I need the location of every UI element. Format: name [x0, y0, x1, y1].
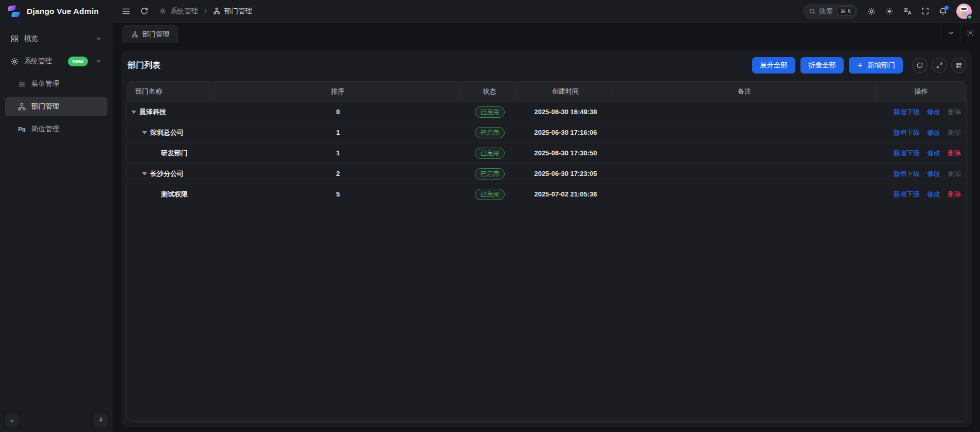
- expand-caret-icon[interactable]: [142, 172, 150, 175]
- table-row[interactable]: 长沙分公司 2 已启用 2025-06-30 17:23:05 新增下级 修改 …: [127, 163, 966, 184]
- settings-button[interactable]: [867, 7, 876, 16]
- tab-maximize-button[interactable]: [960, 23, 980, 43]
- search-icon: [809, 8, 816, 15]
- tree-indent: [131, 173, 142, 174]
- breadcrumb: 系统管理 部门管理: [159, 7, 252, 16]
- delete-link[interactable]: 删除: [948, 128, 961, 137]
- sidebar-item-dept-mgmt[interactable]: 部门管理: [5, 97, 108, 116]
- dept-card: 部门列表 展开全部 折叠全部 新增部门: [121, 50, 972, 427]
- tab-label: 部门管理: [142, 30, 169, 39]
- column-header-remark: 备注: [613, 82, 876, 101]
- delete-link[interactable]: 删除: [948, 190, 961, 199]
- add-child-link[interactable]: 新增下级: [893, 128, 920, 137]
- topbar-actions: 搜索 ⌘ K: [803, 4, 972, 19]
- expand-caret-icon[interactable]: [142, 131, 150, 134]
- online-status-dot: [967, 14, 972, 20]
- breadcrumb-item-dept[interactable]: 部门管理: [213, 7, 252, 16]
- topbar: 系统管理 部门管理 搜索 ⌘ K: [113, 0, 980, 23]
- delete-link[interactable]: 删除: [948, 107, 961, 117]
- dept-name: 晨泽科技: [139, 107, 166, 117]
- language-button[interactable]: [903, 7, 912, 16]
- table-row[interactable]: 深圳总公司 1 已启用 2025-06-30 17:16:06 新增下级 修改 …: [127, 122, 966, 142]
- tab-list-dropdown-button[interactable]: [941, 23, 960, 43]
- plus-icon: [857, 62, 864, 69]
- column-header-sort: 排序: [215, 82, 461, 101]
- table-columns-button[interactable]: [951, 58, 967, 73]
- sidebar-item-menu-mgmt[interactable]: 菜单管理: [5, 74, 108, 94]
- sidebar-item-post-mgmt[interactable]: Pg 岗位管理: [5, 119, 108, 139]
- status-badge: 已启用: [475, 127, 505, 138]
- refresh-icon: [140, 7, 149, 15]
- app-title: Django Vue Admin: [27, 7, 99, 16]
- tree-indent: [131, 194, 153, 194]
- gear-icon: [867, 7, 876, 16]
- chevron-right-icon: [202, 8, 209, 14]
- sidebar-pin-button[interactable]: [94, 413, 108, 427]
- add-dept-button[interactable]: 新增部门: [849, 57, 903, 74]
- status-badge: 已启用: [475, 148, 505, 159]
- edit-link[interactable]: 修改: [927, 149, 940, 158]
- org-icon: [17, 102, 26, 111]
- app-root: Django Vue Admin 概览 系统管理 new: [0, 0, 980, 432]
- table-toolbar: [912, 58, 967, 73]
- sidebar-item-overview[interactable]: 概览: [5, 29, 108, 48]
- page-title: 部门列表: [127, 60, 161, 71]
- notifications-button[interactable]: [938, 7, 948, 16]
- table-row[interactable]: 研发部门 1 已启用 2025-06-30 17:30:50 新增下级 修改 删…: [127, 142, 966, 163]
- sidebar-item-label: 岗位管理: [31, 124, 102, 134]
- expand-caret-icon[interactable]: [131, 111, 139, 114]
- menu-icon: [17, 80, 26, 88]
- theme-toggle-button[interactable]: [885, 7, 894, 16]
- breadcrumb-label: 系统管理: [170, 7, 198, 16]
- edit-link[interactable]: 修改: [927, 190, 940, 199]
- expand-all-button[interactable]: 展开全部: [752, 57, 795, 74]
- tab-dept-mgmt[interactable]: 部门管理: [122, 25, 178, 43]
- column-header-name: 部门名称: [127, 82, 215, 101]
- delete-link[interactable]: 删除: [948, 169, 961, 178]
- created-time: 2025-06-30 17:16:06: [518, 122, 613, 142]
- avatar[interactable]: [956, 4, 972, 19]
- notification-dot: [945, 6, 949, 10]
- edit-link[interactable]: 修改: [927, 107, 940, 117]
- add-child-link[interactable]: 新增下级: [893, 169, 920, 178]
- edit-link[interactable]: 修改: [927, 169, 940, 178]
- sidebar-item-label: 菜单管理: [31, 79, 102, 88]
- column-header-created: 创建时间: [518, 82, 613, 101]
- gear-icon: [159, 7, 167, 15]
- global-search[interactable]: 搜索 ⌘ K: [803, 4, 858, 19]
- remark: [613, 102, 876, 122]
- refresh-page-button[interactable]: [140, 7, 149, 15]
- sidebar-toggle-button[interactable]: [121, 7, 131, 16]
- table-row[interactable]: 测试权限 5 已启用 2025-07-02 21:05:36 新增下级 修改 删…: [127, 184, 966, 204]
- logo[interactable]: Django Vue Admin: [0, 0, 113, 23]
- refresh-icon: [916, 62, 923, 69]
- sort-value: 0: [215, 102, 461, 122]
- collapse-all-button[interactable]: 折叠全部: [800, 57, 844, 74]
- edit-link[interactable]: 修改: [927, 128, 940, 137]
- dept-table: 部门名称 排序 状态 创建时间 备注 操作 晨泽科技 0 已启用 2025-06…: [127, 81, 967, 422]
- org-icon: [131, 31, 138, 38]
- breadcrumb-label: 部门管理: [224, 7, 252, 16]
- sidebar-item-label: 概览: [24, 34, 90, 43]
- remark: [613, 184, 876, 204]
- delete-link[interactable]: 删除: [948, 149, 961, 158]
- sort-value: 2: [215, 164, 461, 184]
- table-body: 晨泽科技 0 已启用 2025-06-30 16:49:38 新增下级 修改 删…: [127, 101, 966, 204]
- table-fullscreen-button[interactable]: [932, 58, 947, 73]
- content: 部门列表 展开全部 折叠全部 新增部门: [113, 43, 980, 432]
- remark: [613, 164, 876, 184]
- sidebar-menu: 概览 系统管理 new 菜单管理: [0, 23, 113, 139]
- sidebar-collapse-button[interactable]: «: [5, 413, 19, 427]
- breadcrumb-item-system[interactable]: 系统管理: [159, 7, 198, 16]
- sidebar-item-system[interactable]: 系统管理 new: [5, 51, 108, 71]
- add-child-link[interactable]: 新增下级: [893, 149, 920, 158]
- add-child-link[interactable]: 新增下级: [893, 190, 920, 199]
- status-badge: 已启用: [475, 106, 505, 118]
- maximize-icon: [967, 29, 974, 37]
- tab-controls: [941, 23, 980, 43]
- table-refresh-button[interactable]: [912, 58, 928, 73]
- sidebar-item-label: 部门管理: [31, 102, 102, 111]
- table-row[interactable]: 晨泽科技 0 已启用 2025-06-30 16:49:38 新增下级 修改 删…: [127, 101, 966, 122]
- add-child-link[interactable]: 新增下级: [893, 107, 920, 117]
- fullscreen-button[interactable]: [921, 7, 930, 15]
